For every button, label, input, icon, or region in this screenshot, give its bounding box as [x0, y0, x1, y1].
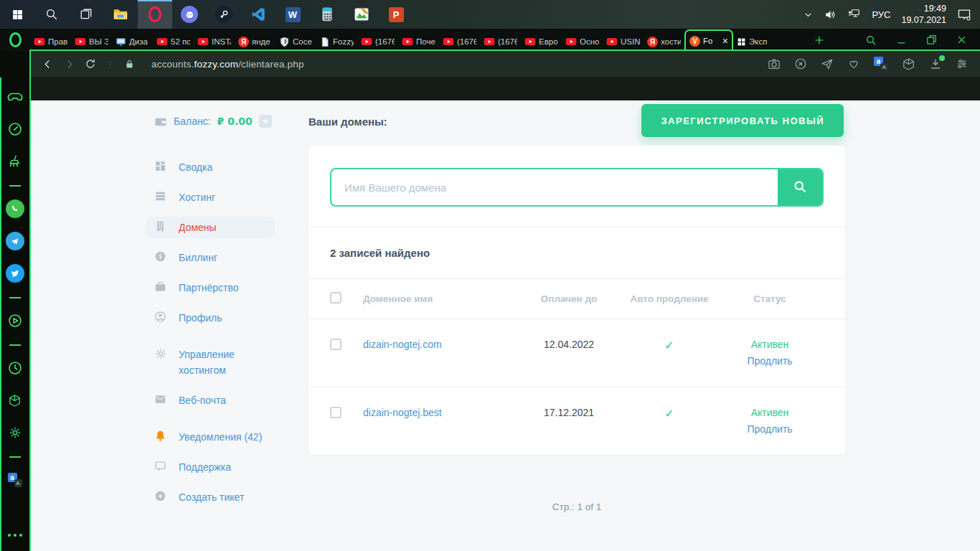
taskbar-app-task-view[interactable]: [69, 0, 103, 29]
blocker-icon[interactable]: [794, 57, 807, 70]
browser-tab[interactable]: Яхости: [644, 32, 684, 51]
taskbar-app-opera-gx[interactable]: [138, 0, 172, 29]
taskbar-app-image-editor[interactable]: [344, 0, 379, 29]
menu-item-label: Биллинг: [179, 250, 217, 265]
domain-search-input[interactable]: [331, 169, 778, 205]
browser-tab[interactable]: 52 по: [153, 32, 194, 51]
domain-search-button[interactable]: [778, 169, 822, 205]
tab-close-icon[interactable]: ×: [722, 36, 728, 46]
whatsapp-icon[interactable]: [0, 200, 29, 217]
volume-icon[interactable]: [824, 9, 837, 21]
browser-tab[interactable]: Fozzy: [316, 32, 357, 51]
browser-tab[interactable]: Эксп: [733, 32, 774, 51]
cube-icon[interactable]: [0, 392, 29, 409]
close-button[interactable]: [956, 34, 967, 45]
browser-tab[interactable]: Диза: [112, 32, 153, 51]
telegram-icon[interactable]: [0, 232, 29, 250]
taskbar-app-file-explorer[interactable]: [103, 0, 138, 29]
favicon-youtube-icon: [443, 36, 454, 47]
network-icon[interactable]: [847, 9, 861, 21]
browser-tab[interactable]: INSTA: [194, 32, 235, 51]
reload-icon[interactable]: [85, 58, 96, 70]
search-icon: [793, 179, 807, 196]
play-icon[interactable]: [0, 312, 29, 329]
menu-item-user[interactable]: Профиль: [146, 307, 275, 329]
taskbar-app-word[interactable]: W: [275, 0, 310, 29]
action-center-icon[interactable]: [957, 8, 971, 22]
snapshot-icon[interactable]: [768, 57, 781, 70]
back-icon[interactable]: [42, 58, 54, 70]
col-paid-until: Оплачен до: [515, 293, 623, 304]
downloads-icon[interactable]: [929, 57, 942, 70]
browser-tab[interactable]: USIN: [603, 32, 644, 51]
tray-expand-icon[interactable]: [803, 9, 814, 20]
forward-icon[interactable]: [63, 58, 75, 70]
tab-search-icon[interactable]: [865, 34, 877, 46]
row-checkbox[interactable]: [330, 339, 341, 350]
taskbar-app-vscode[interactable]: [241, 0, 275, 29]
tray-clock[interactable]: 19:49 19.07.2021: [901, 3, 946, 27]
browser-tab[interactable]: (1676: [480, 32, 521, 51]
url-bar[interactable]: accounts.fozzy.com/clientarea.php: [151, 59, 304, 70]
taskbar-app-calculator[interactable]: [310, 0, 344, 29]
gamepad-icon[interactable]: [0, 88, 29, 105]
browser-tab[interactable]: (1676: [439, 32, 480, 51]
taskbar-app-search[interactable]: [34, 0, 69, 29]
browser-tab-active[interactable]: VFo×: [684, 29, 733, 51]
gear-icon[interactable]: [0, 424, 29, 441]
select-all-checkbox[interactable]: [330, 292, 341, 303]
browser-tab[interactable]: Прав: [30, 32, 71, 51]
menu-item-dashboard[interactable]: Сводка: [146, 156, 275, 178]
domain-link[interactable]: dizain-nogtej.com: [363, 339, 515, 350]
translate-icon[interactable]: aA: [0, 471, 29, 489]
menu-item-gear[interactable]: Управление хостингом: [146, 344, 275, 381]
maximize-button[interactable]: [926, 34, 937, 45]
renew-link[interactable]: Продлить: [716, 423, 824, 435]
menu-item-coin[interactable]: Биллинг: [146, 247, 275, 268]
easy-setup-icon[interactable]: [956, 57, 969, 70]
twitter-icon[interactable]: [0, 265, 29, 282]
opera-gx-logo-icon[interactable]: [0, 29, 30, 51]
domain-link[interactable]: dizain-nogtej.best: [363, 407, 515, 418]
auto-renew-check-icon: ✓: [623, 407, 716, 420]
broom-icon[interactable]: [0, 153, 29, 170]
new-tab-button[interactable]: [814, 34, 825, 46]
menu-item-list[interactable]: Хостинг: [146, 187, 275, 208]
speedometer-icon[interactable]: [0, 121, 29, 138]
menu-item-building[interactable]: Домены: [146, 217, 275, 238]
browser-tab[interactable]: Яянде: [235, 32, 275, 51]
renew-link[interactable]: Продлить: [716, 355, 824, 367]
bookmark-icon[interactable]: [847, 57, 860, 70]
browser-tab[interactable]: Поче: [398, 32, 439, 51]
opera-gx-icon: [149, 6, 161, 22]
clock-icon[interactable]: [0, 359, 29, 377]
file-explorer-icon: [113, 7, 128, 22]
menu-item-envelope[interactable]: Веб-почта: [146, 390, 275, 411]
browser-tab[interactable]: Евро: [521, 32, 562, 51]
taskbar-app-start[interactable]: [0, 0, 34, 29]
browser-tab[interactable]: (1676: [357, 32, 398, 51]
taskbar-app-powerpoint[interactable]: P: [379, 0, 413, 29]
row-checkbox[interactable]: [330, 407, 341, 418]
register-new-domain-button[interactable]: ЗАРЕГИСТРИРОВАТЬ НОВЫЙ: [641, 104, 844, 137]
client-area: Баланс: ₽ 0.00 СводкаХостингДоменыБиллин…: [31, 100, 980, 551]
language-indicator[interactable]: РУС: [872, 9, 890, 20]
browser-tab[interactable]: Сосе: [275, 32, 316, 51]
minimize-button[interactable]: [896, 34, 907, 45]
tab-label: Диза: [129, 37, 148, 46]
browser-tab[interactable]: ВЫ Э: [71, 32, 112, 51]
translate-extension-icon[interactable]: aA: [874, 57, 888, 71]
taskbar-app-steam[interactable]: [207, 0, 241, 29]
add-funds-button[interactable]: [259, 115, 272, 128]
lock-icon[interactable]: [124, 59, 135, 70]
taskbar-app-discord[interactable]: [172, 0, 207, 29]
menu-item-briefcase[interactable]: Партнёрство: [146, 277, 275, 298]
extension-icon[interactable]: [902, 57, 915, 71]
menu-item-chat[interactable]: Поддержка: [146, 456, 275, 478]
flow-icon[interactable]: [821, 57, 834, 70]
webpage: Баланс: ₽ 0.00 СводкаХостингДоменыБиллин…: [31, 77, 980, 551]
menu-item-bell[interactable]: Уведомления (42): [146, 426, 275, 448]
sidebar-more-icon[interactable]: [0, 527, 29, 540]
menu-item-plus-circle[interactable]: Создать тикет: [146, 486, 275, 508]
browser-tab[interactable]: Осно: [562, 32, 603, 51]
